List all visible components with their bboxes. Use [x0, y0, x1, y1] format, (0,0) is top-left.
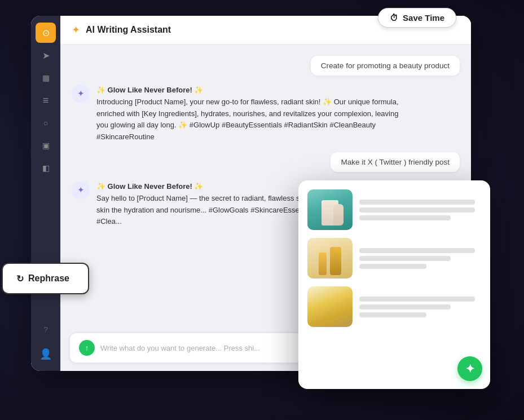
ai-avatar-2: ✦	[72, 181, 90, 199]
text-line-2-2	[359, 256, 451, 261]
sidebar-item-home[interactable]: ⊙	[36, 23, 56, 43]
sidebar-item-document[interactable]: ◧	[36, 158, 56, 178]
text-line-3-1	[359, 297, 475, 302]
header-sparkle-icon: ✦	[72, 24, 80, 36]
sidebar-item-avatar[interactable]: 👤	[36, 344, 56, 364]
home-icon: ⊙	[42, 28, 50, 38]
floral-botanical-image	[307, 286, 353, 327]
user-message-1: Create for promoting a beauty product	[311, 56, 460, 76]
send-button[interactable]: ↑	[79, 340, 95, 356]
image-thumb-3	[307, 286, 353, 327]
sparkle-fab-button[interactable]: ✦	[457, 356, 482, 381]
text-lines-1	[359, 200, 481, 220]
ai-message-1-body: Introducing [Product Name], your new go-…	[96, 98, 399, 141]
person-icon: ○	[43, 118, 48, 127]
text-line-1-2	[359, 207, 475, 213]
image-thumb-1	[307, 189, 353, 230]
sidebar-item-library[interactable]: ≡	[36, 90, 56, 110]
ai-message-1-title: ✨ Glow Like Never Before! ✨	[96, 86, 204, 94]
sidebar-item-person[interactable]: ○	[36, 113, 56, 133]
rephrase-label: Rephrase	[28, 273, 69, 284]
text-lines-3	[359, 297, 481, 317]
save-time-button[interactable]: ⏱ Save Time	[378, 8, 456, 28]
text-line-2-1	[359, 248, 475, 253]
user-avatar-icon: 👤	[39, 348, 52, 360]
navigate-icon: ➤	[42, 50, 50, 61]
text-line-1-3	[359, 215, 451, 220]
user-message-2: Make it X ( Twitter ) friendly post	[331, 152, 460, 172]
ai-avatar-1: ✦	[72, 85, 90, 103]
calendar-icon: ▦	[42, 73, 50, 82]
page-title: AI Writing Assistant	[86, 25, 171, 35]
image-icon: ▣	[42, 141, 50, 150]
text-line-3-3	[359, 312, 426, 317]
sidebar-item-navigate[interactable]: ➤	[36, 45, 56, 65]
rephrase-button[interactable]: ↻ Rephrase	[2, 263, 89, 294]
text-line-1-1	[359, 200, 475, 205]
image-result-row-2	[307, 238, 481, 278]
image-thumb-2	[307, 238, 353, 278]
save-time-label: Save Time	[403, 13, 444, 23]
text-line-3-2	[359, 304, 451, 310]
text-lines-2	[359, 248, 481, 269]
image-results-card: ✦	[298, 180, 490, 389]
beauty-products-teal-image	[307, 189, 353, 230]
sparkle-fab-icon: ✦	[465, 362, 475, 375]
document-icon: ◧	[42, 163, 50, 173]
ai-sparkle-icon: ✦	[77, 89, 85, 99]
sidebar-item-image[interactable]: ▣	[36, 135, 56, 156]
ai-sparkle-icon-2: ✦	[77, 185, 85, 195]
image-result-row-1	[307, 189, 481, 230]
send-icon: ↑	[85, 343, 89, 352]
ai-message-2-title: ✨ Glow Like Never Before! ✨	[96, 182, 204, 191]
golden-bottles-image	[307, 238, 353, 278]
sidebar: ⊙ ➤ ▦ ≡ ○ ▣ ◧ ? 👤	[31, 16, 60, 371]
text-line-2-3	[359, 264, 426, 269]
sidebar-item-calendar[interactable]: ▦	[36, 68, 56, 88]
refresh-icon: ↻	[16, 273, 24, 284]
library-icon: ≡	[43, 95, 49, 107]
image-result-row-3	[307, 286, 481, 327]
ai-message-1-text: ✨ Glow Like Never Before! ✨ Introducing …	[96, 85, 401, 143]
help-icon: ?	[43, 325, 47, 334]
sidebar-item-help[interactable]: ?	[36, 319, 56, 339]
clock-icon: ⏱	[390, 13, 398, 23]
ai-message-1: ✦ ✨ Glow Like Never Before! ✨ Introducin…	[72, 85, 460, 143]
